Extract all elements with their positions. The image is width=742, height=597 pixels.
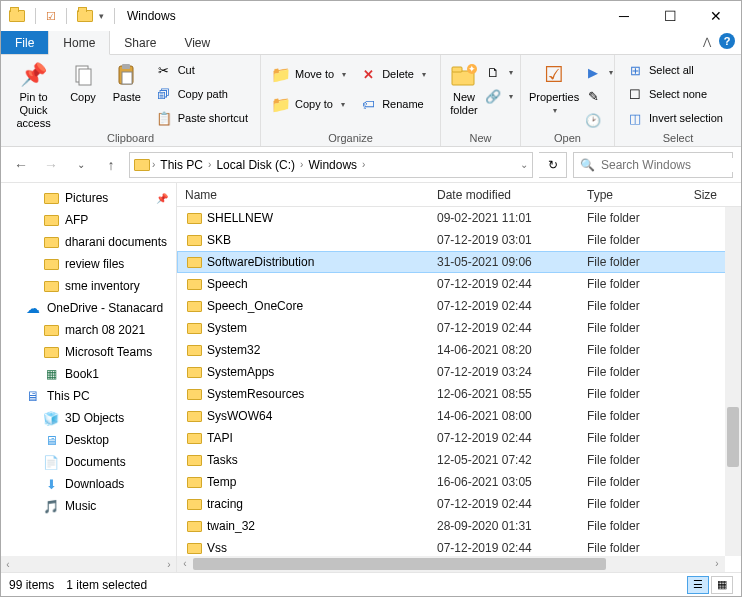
address-dropdown-icon[interactable]: ⌄ — [520, 159, 528, 170]
table-row[interactable]: SHELLNEW09-02-2021 11:01File folder — [177, 207, 741, 229]
scroll-right-icon[interactable]: › — [709, 556, 725, 572]
table-row[interactable]: Temp16-06-2021 03:05File folder — [177, 471, 741, 493]
sidebar-item[interactable]: ⬇Downloads — [1, 473, 176, 495]
qat-dropdown-icon[interactable]: ▾ — [99, 11, 104, 21]
sidebar-item[interactable]: Pictures📌 — [1, 187, 176, 209]
forward-button[interactable]: → — [39, 153, 63, 177]
maximize-button[interactable]: ☐ — [647, 1, 693, 31]
copy-to-button[interactable]: 📁Copy to▾ — [269, 93, 350, 115]
group-label: Open — [529, 132, 606, 146]
table-row[interactable]: Tasks12-05-2021 07:42File folder — [177, 449, 741, 471]
scrollbar-thumb[interactable] — [193, 558, 606, 570]
file-date: 07-12-2019 02:44 — [437, 541, 587, 555]
sidebar-item[interactable]: 📄Documents — [1, 451, 176, 473]
table-row[interactable]: Speech_OneCore07-12-2019 02:44File folde… — [177, 295, 741, 317]
cut-button[interactable]: ✂Cut — [152, 59, 252, 81]
sidebar-item[interactable]: sme inventory — [1, 275, 176, 297]
table-row[interactable]: SysWOW6414-06-2021 08:00File folder — [177, 405, 741, 427]
tab-home[interactable]: Home — [48, 31, 110, 55]
svg-rect-3 — [122, 64, 130, 69]
scroll-right-icon[interactable]: › — [162, 559, 176, 570]
edit-button[interactable]: ✎ — [585, 85, 613, 107]
sidebar-item[interactable]: 🧊3D Objects — [1, 407, 176, 429]
table-row[interactable]: SystemResources12-06-2021 08:55File fold… — [177, 383, 741, 405]
column-header-date[interactable]: Date modified — [437, 188, 587, 202]
sidebar-item[interactable]: review files — [1, 253, 176, 275]
table-row[interactable]: tracing07-12-2019 02:44File folder — [177, 493, 741, 515]
sidebar-item[interactable]: AFP — [1, 209, 176, 231]
sidebar-item[interactable]: Microsoft Teams — [1, 341, 176, 363]
dropdown-icon: ▾ — [422, 70, 426, 79]
minimize-button[interactable]: ─ — [601, 1, 647, 31]
properties-button[interactable]: ☑ Properties ▾ — [529, 59, 579, 116]
sidebar-item[interactable]: ☁OneDrive - Stanacard — [1, 297, 176, 319]
copy-button[interactable]: Copy — [64, 59, 102, 104]
new-item-button[interactable]: 🗋▾ — [485, 61, 513, 83]
details-view-button[interactable]: ☰ — [687, 576, 709, 594]
recent-locations-button[interactable]: ⌄ — [69, 153, 93, 177]
sidebar-item[interactable]: march 08 2021 — [1, 319, 176, 341]
copy-path-button[interactable]: 🗊Copy path — [152, 83, 252, 105]
navigation-pane[interactable]: Pictures📌AFPdharani documentsreview file… — [1, 183, 177, 572]
rename-button[interactable]: 🏷Rename — [356, 93, 430, 115]
close-button[interactable]: ✕ — [693, 1, 739, 31]
scrollbar-thumb[interactable] — [727, 407, 739, 467]
paste-shortcut-button[interactable]: 📋Paste shortcut — [152, 107, 252, 129]
up-button[interactable]: ↑ — [99, 153, 123, 177]
table-row[interactable]: SKB07-12-2019 03:01File folder — [177, 229, 741, 251]
sidebar-item[interactable]: dharani documents — [1, 231, 176, 253]
easy-access-button[interactable]: 🔗▾ — [485, 85, 513, 107]
open-button[interactable]: ▶▾ — [585, 61, 613, 83]
move-to-button[interactable]: 📁Move to▾ — [269, 63, 350, 85]
invert-selection-button[interactable]: ◫Invert selection — [623, 107, 727, 129]
tab-share[interactable]: Share — [110, 31, 170, 54]
column-header-type[interactable]: Type — [587, 188, 677, 202]
search-input[interactable] — [601, 158, 742, 172]
breadcrumb-windows[interactable]: Windows — [305, 158, 360, 172]
breadcrumb-local-disk[interactable]: Local Disk (C:) — [213, 158, 298, 172]
select-none-button[interactable]: ☐Select none — [623, 83, 727, 105]
collapse-ribbon-icon[interactable]: ⋀ — [703, 36, 711, 47]
delete-button[interactable]: ✕Delete▾ — [356, 63, 430, 85]
column-header-name[interactable]: Name — [185, 188, 437, 202]
table-row[interactable]: System3214-06-2021 08:20File folder — [177, 339, 741, 361]
history-button[interactable]: 🕑 — [585, 109, 613, 131]
table-row[interactable]: SystemApps07-12-2019 03:24File folder — [177, 361, 741, 383]
sidebar-item[interactable]: 🖥Desktop — [1, 429, 176, 451]
paste-button[interactable]: Paste — [108, 59, 146, 104]
thumbnails-view-button[interactable]: ▦ — [711, 576, 733, 594]
scroll-left-icon[interactable]: ‹ — [177, 556, 193, 572]
properties-qat-icon[interactable]: ☑ — [46, 10, 56, 23]
chevron-right-icon[interactable]: › — [208, 159, 211, 170]
chevron-right-icon[interactable]: › — [300, 159, 303, 170]
sidebar-item[interactable]: 🎵Music — [1, 495, 176, 517]
column-header-size[interactable]: Size — [677, 188, 741, 202]
breadcrumb-this-pc[interactable]: This PC — [157, 158, 206, 172]
folder-icon[interactable] — [77, 10, 93, 22]
sidebar-item[interactable]: ▦Book1 — [1, 363, 176, 385]
new-folder-button[interactable]: ✦ New folder — [449, 59, 479, 117]
horizontal-scrollbar[interactable]: ‹ › — [177, 556, 725, 572]
sidebar-scrollbar[interactable]: ‹ › — [1, 556, 176, 572]
table-row[interactable]: SoftwareDistribution31-05-2021 09:06File… — [177, 251, 741, 273]
table-row[interactable]: Speech07-12-2019 02:44File folder — [177, 273, 741, 295]
chevron-right-icon[interactable]: › — [362, 159, 365, 170]
tree-icon — [43, 256, 59, 272]
chevron-right-icon[interactable]: › — [152, 159, 155, 170]
table-row[interactable]: TAPI07-12-2019 02:44File folder — [177, 427, 741, 449]
sidebar-item[interactable]: 🖥This PC — [1, 385, 176, 407]
scroll-left-icon[interactable]: ‹ — [1, 559, 15, 570]
address-bar[interactable]: › This PC › Local Disk (C:) › Windows › … — [129, 152, 533, 178]
folder-icon — [185, 433, 203, 444]
table-row[interactable]: System07-12-2019 02:44File folder — [177, 317, 741, 339]
vertical-scrollbar[interactable] — [725, 207, 741, 556]
search-box[interactable]: 🔍 — [573, 152, 733, 178]
pin-to-quick-access-button[interactable]: 📌 Pin to Quick access — [9, 59, 58, 131]
tab-file[interactable]: File — [1, 31, 48, 54]
back-button[interactable]: ← — [9, 153, 33, 177]
refresh-button[interactable]: ↻ — [539, 152, 567, 178]
help-icon[interactable]: ? — [719, 33, 735, 49]
select-all-button[interactable]: ⊞Select all — [623, 59, 727, 81]
tab-view[interactable]: View — [170, 31, 224, 54]
table-row[interactable]: twain_3228-09-2020 01:31File folder — [177, 515, 741, 537]
